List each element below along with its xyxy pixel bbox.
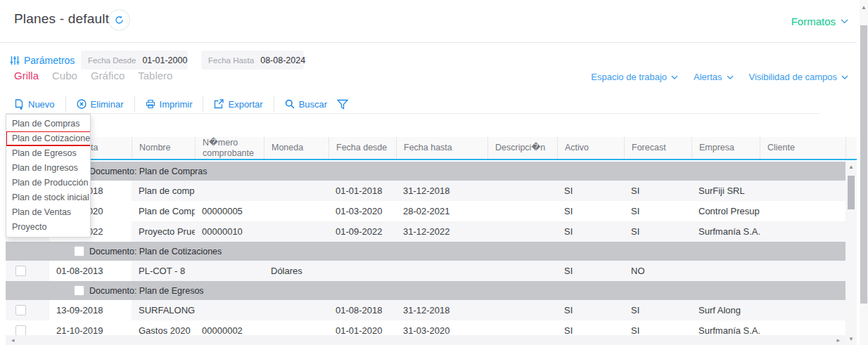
fecha-desde-label: Fecha Desde: [88, 56, 136, 65]
column-header-fecha-desde[interactable]: Fecha desde: [328, 137, 396, 159]
cell-activo: SI: [557, 320, 624, 335]
menu-item-plan-de-compras[interactable]: Plan de Compras: [6, 117, 90, 131]
parameters-toggle[interactable]: Parámetros ⟩: [10, 55, 84, 66]
menu-item-plan-de-stock-inicial[interactable]: Plan de stock inicial: [6, 190, 90, 205]
page-scrollbar[interactable]: ▲: [860, 0, 868, 345]
page-scroll-thumb[interactable]: [860, 25, 867, 304]
imprimir-button[interactable]: Imprimir: [146, 99, 193, 110]
column-header-forecast[interactable]: Forecast: [624, 137, 691, 159]
row-checkbox[interactable]: [15, 305, 26, 315]
page-title: Planes - default: [14, 11, 109, 27]
grid-row[interactable]: 13-09-2018Plan de compr01-01-201831-12-2…: [6, 181, 845, 201]
buscar-button[interactable]: Buscar: [285, 99, 327, 110]
cell-select: [6, 261, 49, 281]
fecha-desde-field[interactable]: Fecha Desde 01-01-2000: [81, 51, 188, 70]
tab-grilla[interactable]: Grilla: [14, 70, 39, 82]
cell-moneda: [264, 300, 328, 320]
refresh-button[interactable]: [108, 9, 130, 31]
column-header-moneda[interactable]: Moneda: [264, 137, 328, 159]
menu-item-plan-de-producción[interactable]: Plan de Producción: [6, 176, 90, 190]
column-header-activo[interactable]: Activo: [557, 137, 624, 159]
cell-activo: SI: [557, 201, 624, 221]
cell-moneda: [264, 201, 328, 221]
cell-cliente: [760, 261, 845, 281]
formats-dropdown[interactable]: Formatos: [791, 15, 848, 27]
filter-funnel-icon[interactable]: [337, 99, 348, 110]
column-header-numero-comprobante[interactable]: N�mero comprobante: [195, 137, 264, 159]
grid-row[interactable]: 13-09-2018SURFALONG P01-08-201831-12-201…: [6, 300, 845, 320]
row-checkbox[interactable]: [15, 266, 26, 276]
tab-cubo[interactable]: Cubo: [52, 70, 77, 82]
new-document-icon: [14, 99, 24, 110]
column-header-empresa[interactable]: Empresa: [691, 137, 760, 159]
cell-activo: SI: [557, 300, 624, 320]
scroll-up-icon[interactable]: ▲: [845, 164, 857, 171]
grid-vscroll-thumb[interactable]: [848, 176, 855, 209]
group-label: Documento: Plan de Compras: [89, 167, 207, 176]
tab-grafico[interactable]: Gráfico: [91, 70, 125, 82]
column-header-nombre[interactable]: Nombre: [132, 137, 195, 159]
scroll-down-icon[interactable]: ▼: [845, 336, 857, 343]
toolbar-divider: [274, 96, 274, 112]
cell-fecha-hasta: [396, 261, 487, 281]
grid-row[interactable]: 01-02-2020Plan de Compr0000000501-03-202…: [6, 201, 845, 221]
cell-numero-comprobante: 00000002: [195, 320, 264, 335]
scroll-up-icon[interactable]: ▲: [860, 4, 868, 11]
eliminar-button[interactable]: Eliminar: [77, 99, 124, 110]
group-row[interactable]: Documento: Plan de Cotizaciones: [6, 242, 845, 261]
grid-vertical-scrollbar[interactable]: ▲ ▼: [845, 162, 857, 345]
grid-row[interactable]: 01-08-2013PL-COT - 8DólaresSINO: [6, 261, 845, 281]
group-checkbox[interactable]: [74, 246, 84, 256]
scroll-left-icon[interactable]: ◂: [11, 337, 15, 344]
grid-row[interactable]: 21-10-2019Gastos 20200000000201-01-20203…: [6, 320, 845, 335]
cell-nombre: SURFALONG P: [132, 300, 195, 320]
cell-empresa: Surfmanía S.A.: [691, 221, 760, 242]
menu-item-plan-de-egresos[interactable]: Plan de Egresos: [6, 146, 90, 161]
menu-item-plan-de-cotizaciones[interactable]: Plan de Cotizaciones: [6, 131, 90, 146]
toolbar-divider-line: [6, 113, 819, 114]
group-checkbox[interactable]: [74, 285, 84, 296]
cell-empresa: Control Presup: [691, 201, 760, 221]
chevron-down-icon: [841, 19, 848, 24]
column-header-descripcion[interactable]: Descripci�n: [487, 137, 557, 159]
chevron-down-icon: [671, 75, 678, 79]
cell-cliente: [760, 181, 845, 201]
fecha-desde-value: 01-01-2000: [142, 56, 187, 65]
alerts-dropdown[interactable]: Alertas: [694, 72, 733, 82]
cell-forecast: SI: [624, 201, 691, 221]
column-header-fecha-hasta[interactable]: Fecha hasta: [396, 137, 487, 159]
cell-descripcion: [487, 221, 557, 242]
fecha-hasta-field[interactable]: Fecha Hasta 08-08-2024: [201, 51, 304, 70]
grid-horizontal-scrollbar[interactable]: ◂ ▸: [6, 335, 845, 345]
row-checkbox[interactable]: [15, 325, 26, 335]
grid-toolbar: Nuevo Eliminar Imprimir: [14, 96, 348, 112]
menu-item-proyecto[interactable]: Proyecto: [6, 220, 90, 235]
view-links: Espacio de trabajo Alertas Visibilidad d…: [591, 72, 848, 82]
cell-numero-comprobante: [195, 300, 264, 320]
tab-tablero[interactable]: Tablero: [138, 70, 172, 82]
cell-fecha-desde: 01-01-2018: [328, 181, 396, 201]
group-row[interactable]: Documento: Plan de Compras: [6, 162, 845, 181]
planes-grid: Fecha altaNombreN�mero comprobanteMoneda…: [6, 137, 857, 345]
cell-nombre: Plan de Compr: [132, 201, 195, 221]
cell-forecast: SI: [624, 181, 691, 201]
selection-highlight-box: [6, 131, 90, 146]
workspace-dropdown[interactable]: Espacio de trabajo: [591, 72, 678, 82]
menu-item-plan-de-ingresos[interactable]: Plan de Ingresos: [6, 161, 90, 176]
scroll-right-icon[interactable]: ▸: [836, 337, 840, 344]
cell-fecha-hasta: 31-03-2020: [396, 320, 487, 335]
cell-empresa: Surf Along: [691, 300, 760, 320]
group-row[interactable]: Documento: Plan de Egresos: [6, 281, 845, 300]
grid-row[interactable]: 01-09-2022Proyecto Prueba0000001001-09-2…: [6, 221, 845, 242]
nuevo-button[interactable]: Nuevo: [14, 99, 55, 110]
cell-nombre: PL-COT - 8: [132, 261, 195, 281]
cell-moneda: Dólares: [264, 261, 328, 281]
cell-fecha-desde: 01-01-2020: [328, 320, 396, 335]
field-visibility-dropdown[interactable]: Visibilidad de campos: [749, 72, 849, 82]
menu-item-plan-de-ventas[interactable]: Plan de Ventas: [6, 205, 90, 220]
column-header-cliente[interactable]: Cliente: [760, 137, 845, 159]
grid-body: Documento: Plan de Compras13-09-2018Plan…: [6, 162, 845, 335]
cell-fecha-desde: [328, 261, 396, 281]
cell-forecast: SI: [624, 300, 691, 320]
exportar-button[interactable]: Exportar: [214, 99, 262, 110]
